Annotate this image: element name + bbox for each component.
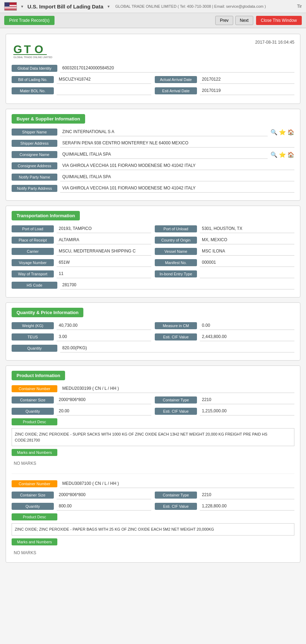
- top-bar: ▼ U.S. Import Bill of Lading Data ▼ GLOB…: [0, 0, 306, 13]
- container-2-marks-value: NO MARKS: [12, 548, 294, 557]
- container-2-cif-value: 1,228,800.00: [200, 502, 294, 511]
- container-2-qty-label: Quantity: [12, 503, 54, 510]
- measure-cm-label: Measure in CM: [155, 322, 197, 329]
- container-1-size-type-row: Container Size 2000*806*800 Container Ty…: [12, 396, 294, 404]
- teus-label: TEUS: [12, 333, 54, 340]
- consignee-search-icon[interactable]: 🔍: [270, 151, 278, 158]
- carrier-value: MSCU, MEDITERRANEAN SHIPPING C: [57, 247, 151, 256]
- transportation-header: Transportation Information: [12, 211, 80, 220]
- quantity-row: Quantity 820.00(PKG): [12, 344, 294, 352]
- container-2-desc-value: ZINC OXIDE; ZINC PEROXIDE - PAPER BAGS W…: [12, 523, 294, 536]
- way-of-transport-value: 11: [57, 270, 151, 278]
- teus-cif-row: TEUS 3.00 Esti. CIF Value 2,443,800.00: [12, 333, 294, 341]
- product-info-section: Product Information Container Number MED…: [6, 365, 300, 563]
- container-2-number-value: MEDU3087100 ( CN / L / HH ): [60, 480, 294, 488]
- flag-dropdown-arrow[interactable]: ▼: [20, 5, 24, 8]
- esti-arrival-date-label: Esti Arrival Date: [155, 87, 197, 94]
- notify-party-name-row: Notify Party Name QUIMIALMEL ITALIA SPA: [12, 173, 294, 181]
- container-2-qty-cif-row: Quantity 800.00 Esti. CIF Value 1,228,80…: [12, 502, 294, 511]
- port-row: Port of Load 20193, TAMPICO Port of Unlo…: [12, 225, 294, 233]
- voyage-number-label: Voyage Number: [12, 259, 54, 266]
- bill-of-lading-label: Bill of Lading No.: [12, 76, 54, 83]
- container-1-qty-value: 20.00: [57, 407, 151, 415]
- receipt-origin-row: Place of Receipt ALTAMIRA Country of Ori…: [12, 236, 294, 244]
- shipper-icon-group: 🔍 ⭐ 🏠: [270, 129, 294, 136]
- teus-pair: TEUS 3.00: [12, 333, 151, 341]
- shipper-address-value: SERAFIN PENA 938 CENTRO MONTERREY NLE 64…: [60, 139, 294, 148]
- notify-party-address-row: Notify Party Address VIA GHIROLA VECCHIA…: [12, 184, 294, 193]
- container-2-number-label: Container Number: [12, 480, 57, 487]
- container-2-size-label: Container Size: [12, 492, 54, 499]
- weight-kg-label: Weight (KG): [12, 322, 54, 329]
- container-1-cif-label: Esti. CIF Value: [155, 408, 197, 415]
- place-of-receipt-value: ALTAMIRA: [57, 236, 151, 244]
- gto-logo: G T O GLOBAL TRADE ONLINE LIMITED: [12, 40, 54, 59]
- transport-inbond-row: Way of Transport 11 In-bond Entry Type: [12, 270, 294, 278]
- container-1-size-value: 2000*806*800: [57, 396, 151, 404]
- country-of-origin-value: MX, MEXICO: [200, 236, 294, 244]
- app-title: U.S. Import Bill of Lading Data: [27, 4, 103, 10]
- vessel-name-label: Vessel Name: [155, 248, 197, 255]
- container-1-size-label: Container Size: [12, 396, 54, 404]
- print-button[interactable]: Print Trade Record(s): [4, 16, 55, 25]
- manifest-no-value: 000001: [200, 258, 294, 267]
- esti-cif-value: 2,443,800.00: [200, 333, 294, 341]
- notify-party-address-value: VIA GHIROLA VECCHIA 101 FIORANO MODENESE…: [60, 184, 294, 193]
- container-2-qty-pair: Quantity 800.00: [12, 502, 151, 511]
- esti-arrival-date-value: 20170119: [200, 87, 294, 95]
- container-2-size-type-row: Container Size 2000*806*800 Container Ty…: [12, 491, 294, 499]
- container-1-type-value: 2210: [200, 396, 294, 404]
- container-1-block: Container Number MEDU2030199 ( CN / L / …: [12, 384, 294, 468]
- mater-bol-value: [57, 87, 151, 95]
- container-2-number-row: Container Number MEDU3087100 ( CN / L / …: [12, 480, 294, 488]
- quantity-value: 820.00(PKG): [60, 344, 294, 352]
- consignee-star-icon[interactable]: ⭐: [279, 151, 286, 158]
- hs-code-row: HS Code 281700: [12, 281, 294, 289]
- svg-text:GLOBAL TRADE ONLINE LIMITED: GLOBAL TRADE ONLINE LIMITED: [13, 56, 52, 58]
- shipper-name-value: ZINC INTERNATIONAL S A: [60, 128, 268, 136]
- consignee-address-value: VIA GHIROLA VECCHIA 101 FIORANO MODENESE…: [60, 162, 294, 170]
- hs-code-label: HS Code: [12, 282, 57, 289]
- carrier-label: Carrier: [12, 248, 54, 255]
- container-2-cif-pair: Esti. CIF Value 1,228,800.00: [155, 502, 294, 511]
- container-2-block: Container Number MEDU3087100 ( CN / L / …: [12, 474, 294, 557]
- way-of-transport-label: Way of Transport: [12, 270, 54, 277]
- container-1-number-label: Container Number: [12, 385, 57, 392]
- shipper-home-icon[interactable]: 🏠: [287, 129, 294, 136]
- transportation-section: Transportation Information Port of Load …: [6, 206, 300, 298]
- container-2-size-value: 2000*806*800: [57, 491, 151, 499]
- title-dropdown-arrow[interactable]: ▼: [107, 5, 110, 8]
- container-1-cif-pair: Esti. CIF Value 1,215,000.00: [155, 407, 294, 415]
- actual-arrival-pair: Actual Arrival Date 20170122: [155, 75, 294, 84]
- container-1-desc-label: Product Desc: [12, 418, 57, 425]
- port-of-unload-pair: Port of Unload 5301, HOUSTON, TX: [155, 225, 294, 233]
- consignee-name-row: Consignee Name QUIMIALMEL ITALIA SPA 🔍 ⭐…: [12, 150, 294, 159]
- manifest-no-pair: Manifest No. 000001: [155, 258, 294, 267]
- svg-text:O: O: [34, 43, 43, 56]
- measure-cm-pair: Measure in CM 0.00: [155, 321, 294, 330]
- quantity-price-section: Quantity & Price Information Weight (KG)…: [6, 302, 300, 361]
- container-2-type-value: 2210: [200, 491, 294, 499]
- consignee-address-row: Consignee Address VIA GHIROLA VECCHIA 10…: [12, 162, 294, 170]
- next-button[interactable]: Next: [235, 16, 253, 25]
- notify-party-name-value: QUIMIALMEL ITALIA SPA: [60, 173, 294, 181]
- voyage-number-pair: Voyage Number 651W: [12, 258, 151, 267]
- shipper-star-icon[interactable]: ⭐: [279, 129, 286, 136]
- country-of-origin-label: Country of Origin: [155, 237, 197, 244]
- quantity-price-header: Quantity & Price Information: [12, 308, 83, 317]
- buyer-supplier-section: Buyer & Supplier Information Shipper Nam…: [6, 109, 300, 201]
- port-of-load-label: Port of Load: [12, 225, 54, 232]
- svg-text:G: G: [13, 43, 22, 56]
- consignee-home-icon[interactable]: 🏠: [287, 151, 294, 158]
- actual-arrival-date-label: Actual Arrival Date: [155, 76, 197, 83]
- shipper-search-icon[interactable]: 🔍: [270, 129, 278, 136]
- prev-button[interactable]: Prev: [215, 16, 233, 25]
- us-flag-icon: [4, 2, 17, 11]
- mater-bol-label: Mater BOL No.: [12, 87, 54, 94]
- place-of-receipt-pair: Place of Receipt ALTAMIRA: [12, 236, 151, 244]
- shipper-address-row: Shipper Address SERAFIN PENA 938 CENTRO …: [12, 139, 294, 148]
- way-of-transport-pair: Way of Transport 11: [12, 270, 151, 278]
- buyer-supplier-header: Buyer & Supplier Information: [12, 114, 85, 124]
- container-1-marks-label: Marks and Numbers: [12, 449, 57, 456]
- close-window-button[interactable]: Close This Window: [256, 16, 302, 25]
